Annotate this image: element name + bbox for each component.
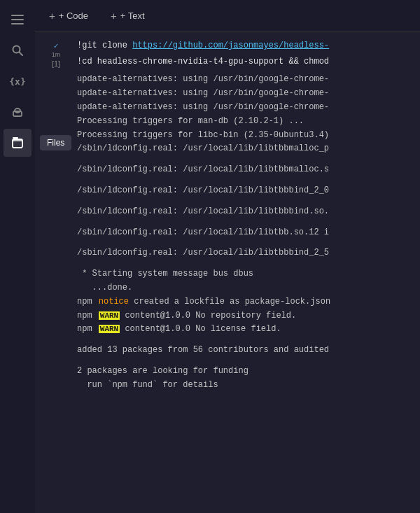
code-btn-label: + Code	[59, 10, 88, 21]
code-line-1: !git clone https://github.com/jasonmayes…	[77, 38, 420, 54]
svg-point-5	[15, 108, 20, 113]
notebook-area: ✓ 1m [1] !git clone https://github.com/j…	[35, 32, 420, 513]
npm-prefix-2: npm	[77, 311, 92, 321]
output-line-14: npm notice created a lockfile as package…	[77, 295, 417, 309]
output-line-4: Processing triggers for man-db (2.10.2-1…	[77, 115, 417, 129]
output-line-5: Processing triggers for libc-bin (2.35-0…	[77, 129, 417, 143]
text-btn-label: + Text	[120, 10, 145, 21]
warn-badge-2: WARN	[99, 325, 120, 333]
main-area: + + Code + + Text ✓ 1m [1] !git clone ht…	[35, 0, 420, 513]
output-line-9: /sbin/ldconfig.real: /usr/local/lib/libt…	[77, 205, 417, 219]
svg-rect-7	[13, 137, 18, 139]
cell-1: ✓ 1m [1] !git clone https://github.com/j…	[35, 38, 420, 70]
npm-prefix-1: npm	[77, 297, 92, 307]
sidebar-item-secrets[interactable]	[4, 98, 31, 126]
output-line-3: update-alternatives: using /usr/bin/goog…	[77, 101, 417, 115]
output-line-1: update-alternatives: using /usr/bin/goog…	[77, 73, 417, 87]
cell-input[interactable]: !git clone https://github.com/jasonmayes…	[77, 38, 420, 70]
output-line-11: /sbin/ldconfig.real: /usr/local/lib/libt…	[77, 246, 417, 260]
cell-output: update-alternatives: using /usr/bin/goog…	[35, 70, 420, 392]
output-line-10: /sbin/ldconfig.real: /usr/local/lib/libt…	[77, 226, 417, 240]
toolbar: + + Code + + Text	[35, 0, 420, 32]
svg-line-4	[20, 52, 23, 56]
run-checkmark: ✓	[53, 42, 59, 50]
text-plus-icon: +	[111, 10, 117, 22]
cell-gutter: ✓ 1m [1]	[35, 38, 77, 70]
svg-rect-1	[11, 19, 24, 20]
sidebar: {x} Files	[0, 0, 35, 513]
output-line-16: npm WARN content@1.0.0 No license field.	[77, 323, 417, 337]
add-code-button[interactable]: + + Code	[43, 7, 94, 24]
svg-rect-6	[13, 111, 22, 116]
output-line-18: 2 packages are looking for funding	[77, 365, 417, 379]
output-line-19: run `npm fund` for details	[77, 379, 417, 393]
output-line-8: /sbin/ldconfig.real: /usr/local/lib/libt…	[77, 184, 417, 198]
sidebar-item-variables[interactable]: {x}	[4, 67, 31, 95]
output-line-17: added 13 packages from 56 contributors a…	[77, 344, 417, 358]
sidebar-item-files[interactable]: Files	[4, 129, 31, 157]
code-line-2: !cd headless-chrome-nvidia-t4-gpu-suppor…	[77, 54, 420, 70]
cell-number: [1]	[52, 59, 60, 68]
output-line-12: * Starting system message bus dbus	[77, 267, 417, 281]
output-line-13: ...done.	[77, 281, 417, 295]
sidebar-item-menu[interactable]	[4, 6, 31, 34]
output-line-7: /sbin/ldconfig.real: /usr/local/lib/libt…	[77, 163, 417, 177]
output-line-15: npm WARN content@1.0.0 No repository fie…	[77, 309, 417, 323]
warn-badge-1: WARN	[99, 311, 120, 320]
svg-rect-0	[11, 15, 24, 16]
notice-badge: notice	[99, 297, 129, 307]
output-line-2: update-alternatives: using /usr/bin/goog…	[77, 87, 417, 101]
code-plus-icon: +	[49, 10, 55, 22]
sidebar-item-search[interactable]	[4, 36, 31, 64]
svg-rect-2	[11, 23, 24, 24]
run-time: 1m	[52, 51, 61, 58]
add-text-button[interactable]: + + Text	[105, 7, 150, 24]
npm-prefix-3: npm	[77, 324, 92, 334]
output-line-6: /sbin/ldconfig.real: /usr/local/lib/libt…	[77, 142, 417, 156]
